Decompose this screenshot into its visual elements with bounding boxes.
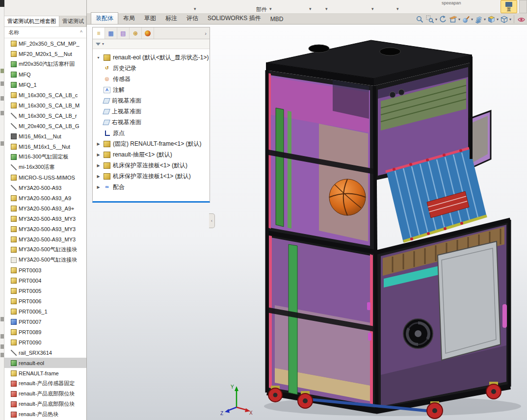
section-view-icon[interactable] (449, 15, 458, 24)
explorer-tab[interactable]: 雷诺测试机三维套图 (4, 16, 59, 26)
file-list-item[interactable]: PRT0004 (4, 275, 86, 286)
tab-propertymanager[interactable]: ▦ (105, 27, 117, 39)
ribbon-tab[interactable]: 装配体 (91, 12, 118, 24)
file-list-item[interactable]: MFQ_1 (4, 79, 86, 90)
dropdown-caret-icon[interactable]: ▾ (396, 6, 399, 11)
dropdown-caret-icon[interactable]: ▾ (269, 6, 272, 11)
file-list-item[interactable]: MI_16x300_S_CA_LB_r (4, 110, 86, 121)
tree-item[interactable]: 原点 (93, 128, 210, 138)
dropdown-caret-icon[interactable]: ▾ (194, 6, 196, 11)
file-label: renault-eol (19, 360, 44, 366)
file-list-item[interactable]: MI16_M6x1__Nut (4, 131, 86, 141)
file-list-item[interactable]: mf20x350汽缸活塞杆固 (4, 59, 86, 69)
file-list-item[interactable]: MY3A20-500-A93_A9 (4, 193, 86, 203)
tree-item[interactable]: (固定) RENAULT-frame<1> (默认) (93, 138, 210, 149)
tree-item[interactable]: 传感器 (93, 74, 210, 84)
display-style-icon[interactable] (500, 15, 509, 24)
file-list-item[interactable]: MY3A20-500气缸连接块 (4, 244, 86, 255)
zoom-to-fit-icon[interactable] (416, 15, 424, 24)
dropdown-caret-icon[interactable]: ▾ (371, 6, 374, 11)
tree-item[interactable]: 机床保护罩连接板1<1> (默认) (93, 171, 210, 182)
background-glyph (0, 111, 4, 115)
edit-appearance-icon[interactable] (462, 15, 471, 24)
file-list-item[interactable]: PRT0007 (4, 316, 86, 327)
tree-item[interactable]: 前视基准面 (93, 95, 210, 106)
file-list-item[interactable]: MF_20x350_S_CM_MP_ (4, 38, 86, 49)
filter-caret-icon[interactable]: ▾ (102, 42, 104, 46)
tree-item[interactable]: 配合 (93, 182, 210, 192)
graphics-area[interactable]: Y X Z ≡ ▦ ▤ ⊕ › ▾ renault-eol (默认<默认_显示状… (87, 25, 527, 420)
expand-arrow-icon[interactable] (96, 55, 101, 60)
tab-dimxpertmanager[interactable]: ⊕ (130, 27, 142, 39)
dropdown-caret-icon[interactable]: ▾ (509, 17, 511, 22)
explorer-tab[interactable]: 雷诺测试 (59, 16, 86, 26)
file-list-item[interactable]: MY3A20-500-A93_MY3 (4, 213, 86, 224)
flyout-chevron-icon[interactable]: › (202, 27, 210, 39)
file-list-item[interactable]: MY3A20-500-A93_MY3 (4, 224, 86, 234)
ribbon-tab[interactable]: SOLIDWORKS 插件 (203, 13, 265, 24)
dropdown-caret-icon[interactable]: ▾ (325, 6, 328, 11)
file-list-item[interactable]: MY3A20-500-A93_A9+ (4, 203, 86, 213)
file-list-item[interactable]: renault-产品底部限位块 (4, 389, 86, 399)
file-list-item[interactable]: MY3A20-500-A93 (4, 183, 86, 193)
corner-toolbar-button[interactable] (519, 0, 527, 13)
dropdown-caret-icon[interactable]: ▾ (471, 17, 473, 22)
highlighted-toolbar-button[interactable]: 置 (501, 0, 517, 13)
tree-root-item[interactable]: renault-eol (默认<默认_显示状态-1>) (93, 52, 210, 63)
tree-item[interactable]: 注解 (93, 84, 210, 95)
file-list-item[interactable]: MI_16x300_S_CA_LB_M (4, 100, 86, 110)
panel-collapse-handle[interactable]: ‹ (209, 213, 215, 228)
zoom-to-area-icon[interactable] (426, 15, 435, 24)
file-list-item[interactable]: renault-产品热块 (4, 409, 86, 420)
file-list-item[interactable]: PRT0003 (4, 265, 86, 275)
tree-item[interactable]: 历史记录 (93, 63, 210, 74)
file-list-item[interactable]: PRT0005 (4, 286, 86, 296)
tab-featuremanager[interactable]: ≡ (93, 27, 105, 39)
tab-configurationmanager[interactable]: ▤ (117, 27, 130, 39)
file-list-item[interactable]: PRT0089 (4, 327, 86, 337)
dropdown-caret-icon[interactable]: ▾ (497, 17, 499, 22)
file-list-item[interactable]: MFQ (4, 69, 86, 79)
filter-icon[interactable] (96, 43, 101, 46)
previous-view-icon[interactable] (439, 15, 448, 24)
file-list-item[interactable]: MI_20x400_S_CA_LB_G (4, 121, 86, 131)
file-list-item[interactable]: renault-产品传感器固定 (4, 378, 86, 389)
file-list-item[interactable]: MY3A20-500-A93_MY3 (4, 234, 86, 244)
collapse-chevron-icon[interactable]: ^ (80, 30, 82, 35)
file-list-item[interactable]: rail_SRX3614 (4, 347, 86, 358)
file-list-item[interactable]: MI16-300气缸固定板 (4, 152, 86, 162)
ribbon-tab[interactable]: MBD (266, 14, 288, 24)
feature-tree: renault-eol (默认<默认_显示状态-1>) 历史记录 传感器 (93, 49, 210, 192)
file-list-item[interactable]: MI16_M16x1_5__Nut (4, 141, 86, 152)
apply-scene-icon[interactable] (474, 15, 483, 24)
ribbon-tab[interactable]: 标注 (161, 13, 182, 24)
dropdown-caret-icon[interactable]: ▾ (484, 17, 486, 22)
tree-item[interactable]: 机床保护罩连接板<1> (默认) (93, 160, 210, 171)
ribbon-tab[interactable]: 布局 (119, 13, 139, 24)
tree-item[interactable]: renault-抽屉<1> (默认) (93, 149, 210, 160)
file-list-item[interactable]: PRT0006 (4, 296, 86, 306)
file-list-item[interactable]: mi-16x300活塞 (4, 162, 86, 172)
file-list-item[interactable]: MI_16x300_S_CA_LB_c (4, 90, 86, 100)
file-list-item[interactable]: MICRO-S-USS-MIMOS (4, 172, 86, 183)
file-list-item[interactable]: MF20_M20x1_5__Nut (4, 49, 86, 59)
ribbon-tab[interactable]: 评估 (182, 13, 203, 24)
dropdown-caret-icon[interactable]: ▾ (458, 17, 460, 22)
file-list-item[interactable]: MY3A20-500气缸连接块 (4, 255, 86, 265)
tree-item[interactable]: 上视基准面 (93, 106, 210, 117)
dropdown-caret-icon[interactable]: ▾ (435, 17, 437, 22)
view-orientation-icon[interactable] (487, 15, 496, 24)
file-list-item[interactable]: PRT0090 (4, 337, 86, 347)
dropdown-caret-icon[interactable]: ▾ (309, 6, 312, 11)
file-list-item[interactable]: PRT0006_1 (4, 306, 86, 316)
ribbon-tab[interactable]: 草图 (140, 13, 160, 24)
hide-show-items-icon[interactable] (517, 15, 526, 24)
tree-item[interactable]: 右视基准面 (93, 117, 210, 128)
file-list-item[interactable]: renault-产品底部限位块 (4, 399, 86, 409)
file-type-icon (11, 185, 17, 191)
file-list-item[interactable]: RENAULT-frame (4, 368, 86, 378)
insert-component-button[interactable]: 部件 (256, 6, 267, 13)
tree-item-label: 上视基准面 (112, 107, 141, 116)
tab-displaymanager[interactable] (142, 27, 154, 39)
file-list-item[interactable]: renault-eol (4, 358, 86, 368)
